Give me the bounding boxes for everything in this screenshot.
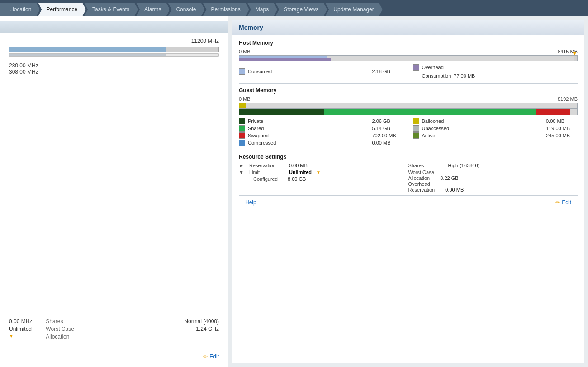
guest-unaccessed-bar	[570, 109, 577, 115]
active-value: 245.00 MB	[546, 133, 578, 138]
cpu-edit-button[interactable]: ✏ Edit	[203, 353, 219, 360]
legend-ballooned: Ballooned 0.00 MB	[413, 118, 578, 124]
cpu-bar-outer	[9, 47, 219, 52]
legend-shared: Shared 5.14 GB	[239, 125, 404, 132]
rs-right-col: Shares High (163840) Worst Case Allocati…	[408, 163, 578, 193]
tab-location[interactable]: ...location	[0, 3, 40, 16]
host-memory-title: Host Memory	[239, 40, 578, 46]
guest-private-bar	[239, 109, 324, 115]
host-legend: Consumed 2.18 GB Overhead Consumption 77…	[239, 64, 578, 79]
private-swatch	[239, 118, 245, 124]
host-bar-overhead	[239, 58, 331, 61]
rs-limit-label: Limit	[249, 169, 285, 175]
unaccessed-swatch	[413, 125, 419, 132]
tab-update-manager[interactable]: Update Manager	[325, 3, 382, 16]
legend-unaccessed: Unaccessed 119.00 MB	[413, 125, 578, 132]
legend-active: Active 245.00 MB	[413, 132, 578, 139]
cpu-allocation-value: 1.24 GHz	[184, 326, 219, 332]
cpu-shares-label: Shares	[46, 318, 74, 325]
rs-reservation-value: 0.00 MB	[289, 163, 308, 168]
rs-limit-row: ▼ Limit Unlimited ▼	[239, 169, 408, 175]
guest-shared-bar	[324, 109, 537, 115]
cpu-label1: 280.00 MHz	[9, 62, 219, 69]
shared-label: Shared	[248, 126, 264, 131]
limit-arrow-icon: ▼	[316, 170, 321, 175]
tab-storage-views[interactable]: Storage Views	[275, 3, 327, 16]
memory-body: Host Memory 0 MB 8415 MB ▼ Consumed 2.18…	[232, 35, 584, 363]
shared-value: 5.14 GB	[372, 126, 404, 131]
cpu-worst-case-label: Worst Case	[46, 326, 74, 332]
guest-range-max: 8192 MB	[558, 96, 578, 102]
tab-permissions[interactable]: Permissions	[203, 3, 249, 16]
unaccessed-value: 119.00 MB	[546, 126, 578, 131]
divider1	[239, 83, 578, 84]
guest-bar-gray	[246, 103, 577, 108]
right-panel: Memory Host Memory 0 MB 8415 MB ▼	[232, 20, 584, 363]
unaccessed-label: Unaccessed	[422, 126, 450, 131]
cpu-max-value: 11200 MHz	[0, 38, 228, 44]
cpu-reservation: 0.00 MHz	[9, 318, 32, 325]
rs-reservation-row: ► Reservation 0.00 MB	[239, 163, 408, 168]
consumed-swatch	[239, 68, 245, 75]
rs-configured-value: 8.00 GB	[288, 176, 306, 182]
divider2	[239, 150, 578, 150]
swapped-label: Swapped	[248, 133, 269, 138]
memory-edit-label: Edit	[562, 199, 571, 206]
guest-bar-wrapper	[239, 103, 578, 115]
cpu-labels: 280.00 MHz 308.00 MHz	[0, 59, 228, 79]
ballooned-swatch	[413, 118, 419, 124]
resource-settings: Resource Settings ► Reservation 0.00 MB …	[239, 154, 578, 193]
rs-shares-value: High (163840)	[448, 163, 480, 168]
tab-maps[interactable]: Maps	[247, 3, 277, 16]
cpu-bar-outer2	[9, 53, 219, 57]
rs-configured-label: Configured	[248, 176, 284, 182]
cpu-bar-container	[9, 47, 219, 57]
overhead-value: 77.00 MB	[454, 73, 485, 79]
cpu-limit: Unlimited	[9, 326, 32, 332]
legend-swapped: Swapped 702.00 MB	[239, 132, 404, 139]
cpu-top-bar	[0, 21, 228, 33]
guest-bar-row1	[239, 103, 578, 109]
rs-grid: ► Reservation 0.00 MB ▼ Limit Unlimited …	[239, 163, 578, 193]
tab-bar: ...location Performance Tasks & Events A…	[0, 0, 588, 16]
ballooned-label: Ballooned	[422, 118, 444, 124]
tab-performance[interactable]: Performance	[38, 3, 86, 16]
active-swatch	[413, 132, 419, 139]
rs-limit-value: Unlimited	[289, 169, 312, 175]
guest-memory-title: Guest Memory	[239, 87, 578, 94]
rs-configured-row: Configured 8.00 GB	[239, 176, 408, 182]
rs-overhead-res-value: 0.00 MB	[445, 187, 464, 193]
left-panel: 11200 MHz 280.00 MHz 308.00 MHz 0.00 MHz…	[0, 16, 228, 367]
legend-overhead: Overhead Consumption 77.00 MB	[413, 64, 578, 79]
compressed-value: 0.00 MB	[372, 140, 404, 146]
shared-swatch	[239, 125, 245, 132]
host-range-labels: 0 MB 8415 MB	[239, 49, 578, 54]
tab-console[interactable]: Console	[168, 3, 204, 16]
guest-legend: Private 2.06 GB Ballooned 0.00 MB Shared…	[239, 118, 578, 146]
host-range-min: 0 MB	[239, 49, 251, 54]
host-bar-gray	[327, 56, 574, 61]
guest-swapped-bar	[536, 109, 570, 115]
cpu-res-left: 0.00 MHz Unlimited▼	[9, 318, 32, 339]
cpu-shares-value: Normal (4000)	[184, 318, 219, 325]
cpu-allocation-label: Allocation	[46, 334, 74, 340]
rs-shares-label: Shares	[408, 163, 445, 168]
rs-overhead-res2-label: Reservation 0.00 MB	[408, 187, 578, 193]
legend-consumed: Consumed 2.18 GB	[239, 64, 404, 79]
help-link[interactable]: Help	[245, 199, 256, 206]
overhead-swatch	[413, 64, 419, 71]
compressed-label: Compressed	[248, 140, 276, 146]
rs-shares-row: Shares High (163840)	[408, 163, 578, 168]
swapped-swatch	[239, 132, 245, 139]
tab-tasks-events[interactable]: Tasks & Events	[84, 3, 138, 16]
legend-compressed: Compressed 0.00 MB	[239, 140, 404, 146]
guest-range-labels: 0 MB 8192 MB	[239, 96, 578, 102]
memory-edit-button[interactable]: ✏ Edit	[555, 199, 571, 206]
consumed-value: 2.18 GB	[372, 69, 404, 74]
tab-alarms[interactable]: Alarms	[136, 3, 170, 16]
bottom-bar: Help ✏ Edit	[239, 195, 578, 209]
guest-bar-yellow	[239, 103, 246, 108]
ballooned-value: 0.00 MB	[546, 118, 578, 124]
cpu-label2: 308.00 MHz	[9, 69, 219, 75]
rs-reservation-label: Reservation	[249, 163, 285, 168]
